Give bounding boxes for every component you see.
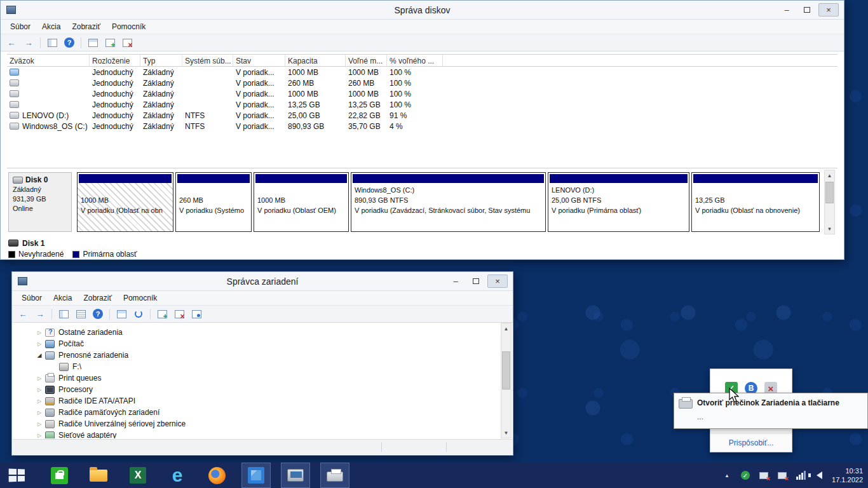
update-driver-button[interactable] (155, 308, 169, 321)
expand-arrow-icon[interactable]: ▷ (35, 421, 44, 427)
start-button[interactable] (0, 463, 34, 488)
refresh-button[interactable] (103, 36, 117, 50)
tray-safely-remove-button[interactable] (740, 468, 751, 482)
scroll-up-arrow[interactable]: ▲ (501, 323, 511, 334)
menu-action[interactable]: Akcia (48, 292, 78, 304)
tray-volume-button[interactable] (813, 468, 825, 482)
column-layout[interactable]: Rozloženie (90, 55, 140, 66)
primary-partition-bar (550, 174, 688, 183)
partition-system[interactable]: 260 MB V poriadku (Systémo (175, 172, 252, 232)
tree-node-f-drive[interactable]: F:\ (13, 361, 501, 372)
partition-windows8-os[interactable]: Windows8_OS (C:) 890,93 GB NTFS V poriad… (351, 172, 546, 232)
menu-file[interactable]: Súbor (16, 292, 48, 304)
tree-node-usb-controllers[interactable]: ▷ Radiče Univerzálnej sériovej zbernice (13, 418, 501, 430)
scan-hardware-button[interactable] (189, 308, 203, 321)
expand-arrow-icon[interactable]: ▷ (35, 387, 44, 393)
partition-recovery-2[interactable]: 13,25 GB V poriadku (Oblasť na obnovenie… (691, 172, 820, 232)
disk0-info-panel[interactable]: Disk 0 Základný 931,39 GB Online (8, 172, 72, 232)
console-tree-button[interactable] (45, 36, 59, 50)
devmgr-titlebar[interactable]: Správca zariadení – × (12, 272, 513, 291)
tree-node-network-adapters[interactable]: ▷ Sieťové adaptéry (13, 430, 501, 438)
column-status[interactable]: Stav (233, 55, 285, 66)
menu-help[interactable]: Pomocník (118, 292, 163, 304)
back-button[interactable]: ← (16, 308, 30, 321)
volume-row-2[interactable]: Jednoduchý Základný V poriadk... 1000 MB… (7, 88, 837, 99)
customize-link[interactable]: Prispôsobiť... (729, 438, 774, 447)
expand-arrow-icon[interactable]: ▷ (35, 330, 44, 336)
scroll-down-arrow[interactable]: ▼ (501, 428, 511, 438)
taskbar-file-explorer-button[interactable] (84, 463, 113, 488)
export-list-button[interactable] (74, 308, 88, 321)
column-volume[interactable]: Zväzok (7, 55, 90, 66)
console-tree-button[interactable] (57, 308, 71, 321)
tray-device-status-button[interactable] (758, 468, 770, 482)
tree-node-print-queues[interactable]: ▷ Print queues (13, 372, 501, 384)
column-capacity[interactable]: Kapacita (285, 55, 346, 66)
taskbar-internet-explorer-button[interactable] (163, 463, 192, 488)
tree-node-portable-devices[interactable]: ◢ Prenosné zariadenia (13, 349, 501, 361)
tree-node-storage-controllers[interactable]: ▷ Radiče pamäťových zariadení (13, 407, 501, 418)
expand-arrow-icon[interactable]: ▷ (35, 410, 44, 416)
tree-node-ide-controllers[interactable]: ▷ Radiče IDE ATA/ATAPI (13, 395, 501, 407)
help-button[interactable]: ? (91, 308, 105, 321)
diskmgmt-titlebar[interactable]: Správa diskov – × (1, 1, 844, 20)
devmgr-close-button[interactable]: × (487, 274, 508, 288)
scroll-thumb[interactable] (825, 182, 834, 203)
volume-row-5[interactable]: Windows8_OS (C:) Jednoduchý Základný NTF… (7, 121, 837, 132)
tree-node-other-devices[interactable]: ▷ Ostatné zariadenia (13, 327, 501, 338)
refresh-button[interactable] (132, 308, 146, 321)
taskbar-device-manager-button[interactable] (281, 463, 310, 488)
menu-action[interactable]: Akcia (36, 20, 66, 33)
menu-view[interactable]: Zobraziť (66, 20, 106, 33)
collapse-arrow-icon[interactable]: ◢ (35, 352, 44, 358)
taskbar-devices-printers-button[interactable] (320, 463, 349, 488)
menu-file[interactable]: Súbor (4, 20, 36, 33)
properties-button[interactable] (114, 308, 128, 321)
tree-node-computer[interactable]: ▷ Počítač (13, 338, 501, 349)
taskbar-store-button[interactable] (44, 463, 74, 488)
graphical-scrollbar[interactable]: ▲ ▼ (824, 170, 835, 234)
scroll-thumb[interactable] (502, 351, 510, 390)
partition-lenovo[interactable]: LENOVO (D:) 25,00 GB NTFS V poriadku (Pr… (548, 172, 689, 232)
volume-row-1[interactable]: Jednoduchý Základný V poriadk... 260 MB … (7, 78, 837, 88)
diskmgmt-minimize-button[interactable]: – (778, 3, 796, 17)
help-button[interactable]: ? (62, 36, 76, 50)
taskbar-clock[interactable]: 10:31 17.1.2022 (832, 466, 863, 484)
tray-network-button[interactable] (795, 468, 806, 482)
expand-arrow-icon[interactable]: ▷ (35, 398, 44, 404)
devmgr-maximize-button[interactable] (467, 274, 485, 288)
forward-button[interactable]: → (22, 36, 36, 50)
tree-node-processors[interactable]: ▷ Procesory (13, 384, 501, 395)
column-filesystem[interactable]: Systém súb... (182, 55, 233, 66)
diskmgmt-maximize-button[interactable] (798, 3, 816, 17)
rescan-disks-button[interactable] (120, 36, 134, 50)
tree-scrollbar[interactable]: ▲ ▼ (501, 323, 512, 438)
scroll-up-arrow[interactable]: ▲ (825, 170, 834, 180)
column-type[interactable]: Typ (140, 55, 182, 66)
tray-display-status-button[interactable] (776, 468, 788, 482)
expand-arrow-icon[interactable]: ▷ (35, 376, 44, 381)
menu-view[interactable]: Zobraziť (78, 292, 118, 304)
scroll-down-arrow[interactable]: ▼ (825, 224, 834, 234)
partition-oem[interactable]: 1000 MB V poriadku (Oblasť OEM) (254, 172, 349, 232)
disk1-row[interactable]: Disk 1 (8, 238, 44, 248)
tray-expand-button[interactable]: ▴ (721, 468, 733, 482)
properties-button[interactable] (86, 36, 100, 50)
partition-recovery-1[interactable]: 1000 MB V poriadku (Oblasť na obn (77, 172, 173, 232)
volume-row-0[interactable]: Jednoduchý Základný V poriadk... 1000 MB… (7, 67, 837, 78)
uninstall-device-button[interactable] (172, 308, 186, 321)
volume-row-4[interactable]: LENOVO (D:) Jednoduchý Základný NTFS V p… (7, 110, 837, 121)
diskmgmt-close-button[interactable]: × (818, 3, 839, 17)
taskbar-app-button[interactable] (241, 463, 271, 488)
taskbar-firefox-button[interactable] (202, 463, 231, 488)
forward-button[interactable]: → (33, 308, 47, 321)
back-button[interactable]: ← (4, 36, 18, 50)
menu-help[interactable]: Pomocník (106, 20, 151, 33)
volume-row-3[interactable]: Jednoduchý Základný V poriadk... 13,25 G… (7, 99, 837, 110)
expand-arrow-icon[interactable]: ▷ (35, 433, 44, 438)
devmgr-minimize-button[interactable]: – (447, 274, 465, 288)
column-free[interactable]: Voľné m... (346, 55, 387, 66)
column-pct-free[interactable]: % voľného ... (387, 55, 443, 66)
expand-arrow-icon[interactable]: ▷ (35, 341, 44, 347)
taskbar-excel-button[interactable] (123, 463, 153, 488)
